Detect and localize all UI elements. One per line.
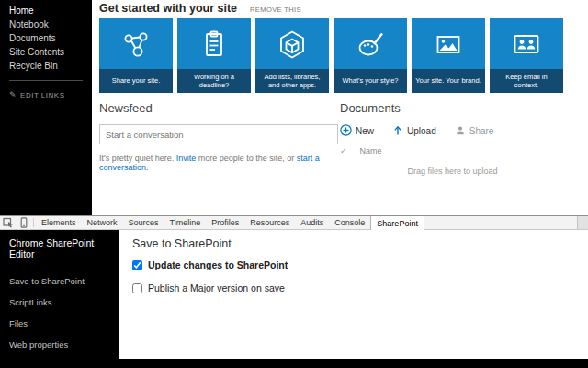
edit-links-link[interactable]: ✎ EDIT LINKS: [0, 86, 92, 103]
devtools-tab-resources[interactable]: Resources: [244, 216, 295, 229]
apps-hexagon-icon: [255, 18, 329, 69]
new-label: New: [356, 126, 374, 136]
panel-nav-save-to-sharepoint[interactable]: Save to SharePoint: [0, 270, 119, 292]
documents-title: Documents: [340, 101, 565, 115]
devtools-tab-network[interactable]: Network: [82, 216, 123, 229]
sharepoint-editor-nav: Chrome SharePoint Editor Save to SharePo…: [0, 230, 119, 368]
tile-share-your-site[interactable]: Share your site.: [99, 18, 173, 93]
devtools-tabbar: Elements Network Sources Timeline Profil…: [0, 215, 588, 230]
quiet-text: more people to the site, or: [196, 154, 297, 163]
edit-links-label: EDIT LINKS: [20, 91, 64, 99]
tile-caption: Keep email in context.: [490, 69, 563, 93]
publish-major-label[interactable]: Publish a Major version on save: [148, 282, 285, 293]
documents-section: Documents New Upload: [340, 101, 565, 176]
devtools-tab-sharepoint[interactable]: SharePoint: [370, 216, 424, 230]
remove-this-link[interactable]: REMOVE THIS: [250, 6, 301, 14]
devtools-tab-sources[interactable]: Sources: [123, 216, 164, 229]
sharepoint-content: Get started with your site REMOVE THIS S…: [92, 0, 588, 215]
sidebar-item-home[interactable]: Home: [0, 4, 92, 17]
share-icon: [99, 18, 173, 69]
newsfeed-section: Newsfeed It's pretty quiet here. Invite …: [99, 101, 338, 172]
tile-your-brand[interactable]: Your site. Your brand.: [412, 18, 485, 93]
tile-add-apps[interactable]: Add lists, libraries, and other apps.: [255, 18, 329, 93]
save-to-sharepoint-panel: Save to SharePoint Update changes to Sha…: [119, 230, 588, 359]
documents-toolbar: New Upload Share: [340, 124, 565, 138]
tile-whats-your-style[interactable]: What's your style?: [334, 18, 407, 93]
update-changes-row: Update changes to SharePoint: [132, 259, 575, 270]
sidebar-item-notebook[interactable]: Notebook: [0, 17, 92, 31]
panel-nav-scriptlinks[interactable]: ScriptLinks: [0, 292, 119, 313]
name-column-header[interactable]: Name: [360, 146, 382, 155]
newsfeed-title: Newsfeed: [99, 101, 338, 115]
page-title: Get started with your site: [99, 2, 237, 15]
tile-caption: Working on a deadline?: [177, 69, 251, 93]
quiet-text: It's pretty quiet here.: [99, 154, 176, 163]
palette-icon: [334, 18, 407, 69]
sharepoint-editor-title: Chrome SharePoint Editor: [0, 230, 119, 270]
select-all-checkmark-icon[interactable]: ✓: [340, 146, 347, 155]
share-label: Share: [469, 126, 494, 136]
documents-column-header: ✓ Name: [340, 146, 565, 155]
tile-caption: Add lists, libraries, and other apps.: [255, 69, 329, 93]
devtools-tab-audits[interactable]: Audits: [295, 216, 329, 229]
devtools-scrollbar[interactable]: [577, 216, 588, 229]
new-document-button[interactable]: New: [340, 124, 374, 138]
pencil-icon: ✎: [9, 90, 17, 99]
devtools-tab-profiles[interactable]: Profiles: [206, 216, 244, 229]
sidebar: Home Notebook Documents Site Contents Re…: [0, 0, 92, 215]
quiet-text: .: [146, 163, 149, 172]
devtools-tab-timeline[interactable]: Timeline: [164, 216, 207, 229]
devtools: Elements Network Sources Timeline Profil…: [0, 215, 588, 368]
publish-major-checkbox[interactable]: [132, 283, 142, 293]
newsfeed-empty-text: It's pretty quiet here. Invite more peop…: [99, 154, 338, 172]
panel-nav-web-properties[interactable]: Web properties: [0, 334, 119, 355]
share-button[interactable]: Share: [455, 125, 494, 138]
getting-started-tiles: Share your site. Working on a deadline?: [99, 18, 563, 93]
tile-caption: Your site. Your brand.: [412, 69, 485, 93]
sidebar-item-documents[interactable]: Documents: [0, 31, 92, 45]
sharepoint-page: Home Notebook Documents Site Contents Re…: [0, 0, 588, 215]
tile-working-on-deadline[interactable]: Working on a deadline?: [177, 18, 251, 93]
share-person-icon: [455, 125, 466, 138]
clipboard-icon: [177, 18, 251, 69]
upload-button[interactable]: Upload: [392, 125, 436, 138]
devtools-tab-console[interactable]: Console: [329, 216, 370, 229]
panel-heading: Save to SharePoint: [132, 237, 575, 250]
device-mode-icon[interactable]: [16, 216, 31, 229]
screen: Home Notebook Documents Site Contents Re…: [0, 0, 588, 368]
update-changes-checkbox[interactable]: [132, 260, 142, 270]
sidebar-item-site-contents[interactable]: Site Contents: [0, 45, 92, 59]
new-plus-icon: [340, 124, 352, 138]
bottom-black-bar: [0, 359, 588, 368]
sidebar-divider: [9, 80, 83, 81]
picture-icon: [412, 18, 485, 69]
devtools-tab-elements[interactable]: Elements: [36, 216, 82, 229]
tile-caption: Share your site.: [99, 69, 173, 93]
panel-nav-files[interactable]: Files: [0, 313, 119, 334]
conversation-input[interactable]: [99, 124, 338, 144]
toolbar-separator: [33, 218, 34, 227]
tile-caption: What's your style?: [334, 69, 407, 93]
drag-files-hint: Drag files here to upload: [340, 167, 565, 176]
sidebar-item-recycle-bin[interactable]: Recycle Bin: [0, 59, 92, 73]
getting-started-header: Get started with your site REMOVE THIS: [99, 2, 301, 15]
invite-link[interactable]: Invite: [176, 154, 197, 163]
contacts-icon: [490, 18, 563, 69]
tile-keep-email[interactable]: Keep email in context.: [490, 18, 563, 93]
upload-arrow-icon: [392, 125, 403, 138]
inspect-element-icon[interactable]: [0, 216, 16, 229]
upload-label: Upload: [407, 126, 436, 136]
publish-major-row: Publish a Major version on save: [132, 282, 575, 293]
update-changes-label[interactable]: Update changes to SharePoint: [148, 259, 288, 270]
